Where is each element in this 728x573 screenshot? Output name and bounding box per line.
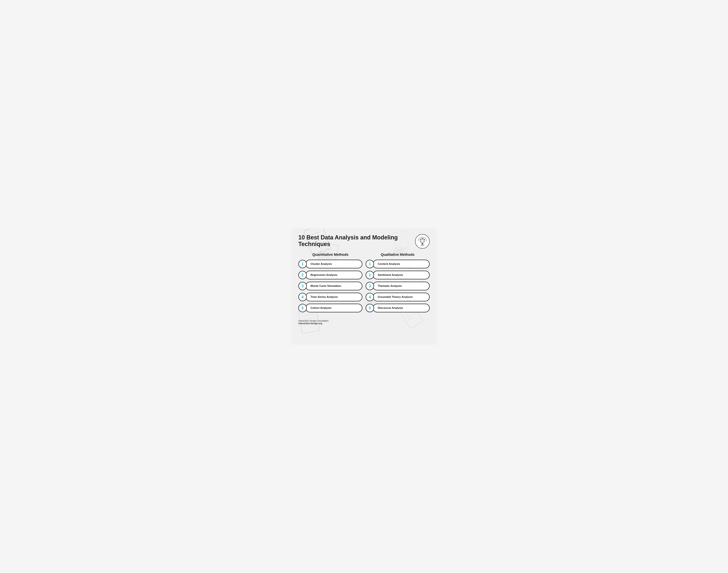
bubble-q1: Cluster Analysis xyxy=(307,260,362,268)
list-item: 4 Time Series Analysis xyxy=(298,293,362,301)
qualitative-column: Qualitative Methods 1 Content Analysis 2 xyxy=(366,253,430,315)
list-item: 2 Sentiment Analysis xyxy=(366,271,430,279)
list-item: 1 Content Analysis xyxy=(366,260,430,268)
bubble-q3: Monte Carlo Simulation xyxy=(307,282,362,291)
header-area: 10 Best Data Analysis and Modeling Techn… xyxy=(298,234,430,249)
svg-point-37 xyxy=(422,239,423,240)
columns-container: Quantitative Methods 1 Cluster Analysis … xyxy=(298,253,430,315)
number-badge-ql5: 5 xyxy=(366,304,374,312)
list-item: 3 Monte Carlo Simulation xyxy=(298,282,362,291)
list-item: 5 Discourse Analysis xyxy=(366,304,430,312)
page-title: 10 Best Data Analysis and Modeling Techn… xyxy=(298,234,415,248)
bubble-ql2: Sentiment Analysis xyxy=(374,271,430,279)
speech-bubble-ql4: Grounded Theory Analysis xyxy=(373,293,430,301)
item-label-q1: Cluster Analysis xyxy=(311,262,332,266)
qualitative-heading: Qualitative Methods xyxy=(366,253,430,257)
svg-text:INTERACTION DESIGN FOUNDATION: INTERACTION DESIGN FOUNDATION xyxy=(418,237,427,242)
speech-bubble-q2: Regression Analysis xyxy=(305,271,362,279)
list-item: 3 Thematic Analysis xyxy=(366,282,430,291)
item-label-q4: Time Series Analysis xyxy=(311,296,338,299)
list-item: 5 Cohort Analysis xyxy=(298,304,362,312)
svg-point-30 xyxy=(420,239,421,240)
item-label-ql4: Grounded Theory Analysis xyxy=(378,296,413,299)
bubble-q2: Regression Analysis xyxy=(307,271,362,279)
footer-url: interaction-design.org xyxy=(298,322,430,325)
svg-point-33 xyxy=(423,241,424,242)
item-label-ql1: Content Analysis xyxy=(378,262,400,266)
number-badge-q4: 4 xyxy=(298,293,307,301)
speech-bubble-q5: Cohort Analysis xyxy=(305,304,362,312)
item-label-q2: Regression Analysis xyxy=(311,273,337,277)
footer: Interaction Design Foundation interactio… xyxy=(298,318,430,325)
number-badge-ql3: 3 xyxy=(366,282,374,290)
logo: Est. 2002 INTERACTION DESIGN FOUNDATION xyxy=(415,234,430,249)
speech-bubble-q3: Monte Carlo Simulation xyxy=(305,282,362,291)
number-badge-q3: 3 xyxy=(298,282,307,290)
item-label-ql3: Thematic Analysis xyxy=(378,284,402,288)
infographic-card: 10 Best Data Analysis and Modeling Techn… xyxy=(291,228,437,345)
list-item: 1 Cluster Analysis xyxy=(298,260,362,268)
bubble-ql1: Content Analysis xyxy=(374,260,430,268)
speech-bubble-ql2: Sentiment Analysis xyxy=(373,271,430,279)
number-badge-q1: 1 xyxy=(298,260,307,268)
item-label-q3: Monte Carlo Simulation xyxy=(311,284,341,288)
number-badge-q5: 5 xyxy=(298,304,307,312)
item-label-ql2: Sentiment Analysis xyxy=(378,273,403,277)
speech-bubble-ql5: Discourse Analysis xyxy=(373,304,430,312)
bubble-q4: Time Series Analysis xyxy=(307,293,362,301)
number-badge-ql2: 2 xyxy=(366,271,374,279)
speech-bubble-q1: Cluster Analysis xyxy=(305,260,362,268)
speech-bubble-q4: Time Series Analysis xyxy=(305,293,362,301)
number-badge-ql1: 1 xyxy=(366,260,374,268)
bubble-q5: Cohort Analysis xyxy=(307,304,362,312)
svg-point-35 xyxy=(421,240,422,240)
list-item: 2 Regression Analysis xyxy=(298,271,362,279)
quantitative-heading: Quantitative Methods xyxy=(298,253,362,257)
svg-point-32 xyxy=(424,239,425,240)
item-label-ql5: Discourse Analysis xyxy=(378,306,403,310)
svg-point-31 xyxy=(422,238,423,239)
speech-bubble-ql1: Content Analysis xyxy=(373,260,430,268)
bubble-ql3: Thematic Analysis xyxy=(374,282,430,291)
bubble-ql4: Grounded Theory Analysis xyxy=(374,293,430,301)
speech-bubble-ql3: Thematic Analysis xyxy=(373,282,430,291)
footer-org: Interaction Design Foundation xyxy=(298,319,430,322)
number-badge-q2: 2 xyxy=(298,271,307,279)
item-label-q5: Cohort Analysis xyxy=(311,306,332,310)
svg-text:Est. 2002: Est. 2002 xyxy=(421,245,424,246)
number-badge-ql4: 4 xyxy=(366,293,374,301)
quantitative-column: Quantitative Methods 1 Cluster Analysis … xyxy=(298,253,362,315)
list-item: 4 Grounded Theory Analysis xyxy=(366,293,430,301)
svg-point-36 xyxy=(423,240,424,240)
bubble-ql5: Discourse Analysis xyxy=(374,304,430,312)
svg-point-34 xyxy=(421,241,422,242)
